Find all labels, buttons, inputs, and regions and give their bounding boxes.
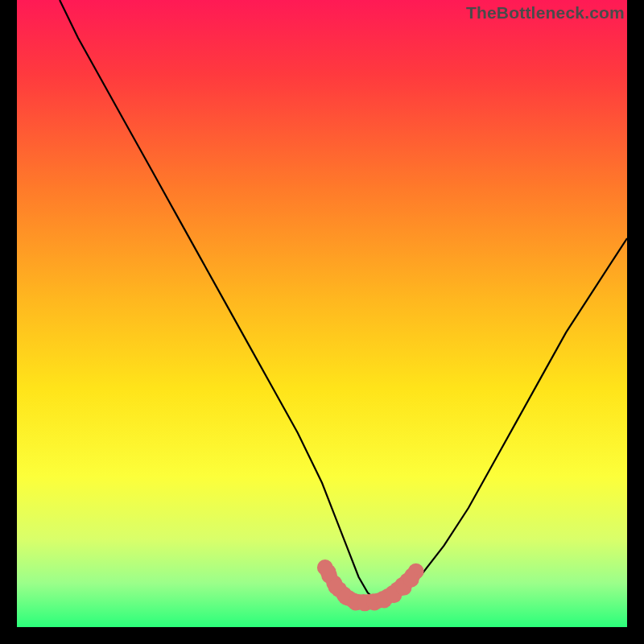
chart-frame xyxy=(17,0,627,627)
svg-point-20 xyxy=(320,564,336,580)
bottleneck-chart xyxy=(17,0,627,627)
watermark-text: TheBottleneck.com xyxy=(466,3,625,23)
svg-point-29 xyxy=(403,572,419,588)
